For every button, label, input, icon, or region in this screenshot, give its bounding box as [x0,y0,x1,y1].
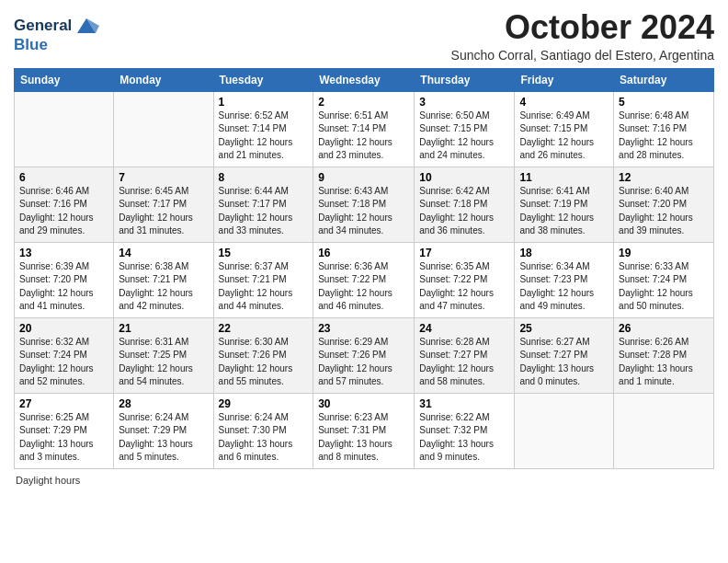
table-row: 5Sunrise: 6:48 AM Sunset: 7:16 PM Daylig… [614,91,714,167]
day-number: 19 [619,247,709,259]
table-row: 26Sunrise: 6:26 AM Sunset: 7:28 PM Dayli… [614,317,714,393]
table-row: 11Sunrise: 6:41 AM Sunset: 7:19 PM Dayli… [515,167,614,242]
day-info: Sunrise: 6:49 AM Sunset: 7:15 PM Dayligh… [519,109,609,163]
table-row: 13Sunrise: 6:39 AM Sunset: 7:20 PM Dayli… [15,242,114,317]
day-info: Sunrise: 6:32 AM Sunset: 7:24 PM Dayligh… [19,336,108,389]
day-info: Sunrise: 6:26 AM Sunset: 7:28 PM Dayligh… [619,336,709,389]
day-info: Sunrise: 6:46 AM Sunset: 7:16 PM Dayligh… [19,185,108,238]
day-number: 17 [419,247,509,259]
table-row [614,393,714,468]
table-row: 23Sunrise: 6:29 AM Sunset: 7:26 PM Dayli… [313,317,415,393]
day-number: 23 [318,322,409,335]
day-info: Sunrise: 6:45 AM Sunset: 7:17 PM Dayligh… [119,185,208,238]
day-info: Sunrise: 6:39 AM Sunset: 7:20 PM Dayligh… [19,260,108,314]
table-row [515,393,614,468]
table-row: 27Sunrise: 6:25 AM Sunset: 7:29 PM Dayli… [15,393,114,468]
table-row: 4Sunrise: 6:49 AM Sunset: 7:15 PM Daylig… [515,91,614,167]
day-number: 29 [219,397,309,410]
calendar: Sunday Monday Tuesday Wednesday Thursday… [14,68,714,469]
day-info: Sunrise: 6:34 AM Sunset: 7:23 PM Dayligh… [519,260,609,314]
table-row: 9Sunrise: 6:43 AM Sunset: 7:18 PM Daylig… [313,167,415,242]
subtitle: Suncho Corral, Santiago del Estero, Arge… [451,48,714,63]
table-row: 2Sunrise: 6:51 AM Sunset: 7:14 PM Daylig… [313,91,415,167]
day-info: Sunrise: 6:22 AM Sunset: 7:32 PM Dayligh… [419,411,509,465]
col-friday: Friday [515,68,614,91]
col-monday: Monday [114,68,213,91]
title-block: October 2024 Suncho Corral, Santiago del… [451,9,714,63]
day-number: 14 [119,247,208,259]
table-row: 19Sunrise: 6:33 AM Sunset: 7:24 PM Dayli… [614,242,714,317]
page: General Blue October 2024 Suncho Corral,… [0,0,728,563]
day-info: Sunrise: 6:35 AM Sunset: 7:22 PM Dayligh… [419,260,509,314]
day-info: Sunrise: 6:27 AM Sunset: 7:27 PM Dayligh… [519,336,609,389]
day-number: 6 [19,171,108,184]
logo-text: General [14,17,72,35]
day-number: 12 [619,171,709,184]
day-number: 2 [318,96,409,109]
day-info: Sunrise: 6:25 AM Sunset: 7:29 PM Dayligh… [19,411,108,465]
table-row: 17Sunrise: 6:35 AM Sunset: 7:22 PM Dayli… [415,242,515,317]
table-row: 30Sunrise: 6:23 AM Sunset: 7:31 PM Dayli… [313,393,415,468]
day-info: Sunrise: 6:42 AM Sunset: 7:18 PM Dayligh… [419,185,509,238]
table-row: 10Sunrise: 6:42 AM Sunset: 7:18 PM Dayli… [415,167,515,242]
day-info: Sunrise: 6:24 AM Sunset: 7:30 PM Dayligh… [219,411,309,465]
day-info: Sunrise: 6:37 AM Sunset: 7:21 PM Dayligh… [219,260,309,314]
day-number: 7 [119,171,208,184]
calendar-week-row: 1Sunrise: 6:52 AM Sunset: 7:14 PM Daylig… [15,91,714,167]
day-number: 4 [519,96,609,109]
day-number: 1 [219,96,309,109]
day-number: 22 [219,322,309,335]
month-title: October 2024 [451,9,714,46]
day-number: 27 [19,397,108,410]
col-sunday: Sunday [15,68,114,91]
day-info: Sunrise: 6:28 AM Sunset: 7:27 PM Dayligh… [419,336,509,389]
day-info: Sunrise: 6:51 AM Sunset: 7:14 PM Dayligh… [318,109,409,163]
table-row: 7Sunrise: 6:45 AM Sunset: 7:17 PM Daylig… [114,167,213,242]
header: General Blue October 2024 Suncho Corral,… [14,9,714,63]
day-number: 25 [519,322,609,335]
table-row: 28Sunrise: 6:24 AM Sunset: 7:29 PM Dayli… [114,393,213,468]
day-number: 24 [419,322,509,335]
table-row [114,91,213,167]
table-row: 25Sunrise: 6:27 AM Sunset: 7:27 PM Dayli… [515,317,614,393]
day-number: 8 [219,171,309,184]
calendar-week-row: 27Sunrise: 6:25 AM Sunset: 7:29 PM Dayli… [15,393,714,468]
table-row: 29Sunrise: 6:24 AM Sunset: 7:30 PM Dayli… [213,393,313,468]
calendar-week-row: 6Sunrise: 6:46 AM Sunset: 7:16 PM Daylig… [15,167,714,242]
day-number: 26 [619,322,709,335]
day-info: Sunrise: 6:38 AM Sunset: 7:21 PM Dayligh… [119,260,208,314]
day-info: Sunrise: 6:48 AM Sunset: 7:16 PM Dayligh… [619,109,709,163]
day-number: 13 [19,247,108,259]
day-number: 9 [318,171,409,184]
logo: General Blue [14,13,99,54]
table-row: 15Sunrise: 6:37 AM Sunset: 7:21 PM Dayli… [213,242,313,317]
table-row: 14Sunrise: 6:38 AM Sunset: 7:21 PM Dayli… [114,242,213,317]
day-info: Sunrise: 6:44 AM Sunset: 7:17 PM Dayligh… [219,185,309,238]
table-row: 20Sunrise: 6:32 AM Sunset: 7:24 PM Dayli… [15,317,114,393]
table-row: 1Sunrise: 6:52 AM Sunset: 7:14 PM Daylig… [213,91,313,167]
day-info: Sunrise: 6:31 AM Sunset: 7:25 PM Dayligh… [119,336,208,389]
col-thursday: Thursday [415,68,515,91]
col-tuesday: Tuesday [213,68,313,91]
table-row [15,91,114,167]
day-number: 28 [119,397,208,410]
day-number: 16 [318,247,409,259]
table-row: 16Sunrise: 6:36 AM Sunset: 7:22 PM Dayli… [313,242,415,317]
day-info: Sunrise: 6:43 AM Sunset: 7:18 PM Dayligh… [318,185,409,238]
logo-icon [74,13,99,39]
day-number: 30 [318,397,409,410]
calendar-week-row: 20Sunrise: 6:32 AM Sunset: 7:24 PM Dayli… [15,317,714,393]
day-number: 3 [419,96,509,109]
table-row: 21Sunrise: 6:31 AM Sunset: 7:25 PM Dayli… [114,317,213,393]
table-row: 12Sunrise: 6:40 AM Sunset: 7:20 PM Dayli… [614,167,714,242]
day-number: 31 [419,397,509,410]
calendar-week-row: 13Sunrise: 6:39 AM Sunset: 7:20 PM Dayli… [15,242,714,317]
day-number: 21 [119,322,208,335]
day-number: 18 [519,247,609,259]
table-row: 22Sunrise: 6:30 AM Sunset: 7:26 PM Dayli… [213,317,313,393]
footer: Daylight hours [14,475,714,486]
day-info: Sunrise: 6:40 AM Sunset: 7:20 PM Dayligh… [619,185,709,238]
day-number: 5 [619,96,709,109]
table-row: 31Sunrise: 6:22 AM Sunset: 7:32 PM Dayli… [415,393,515,468]
table-row: 18Sunrise: 6:34 AM Sunset: 7:23 PM Dayli… [515,242,614,317]
